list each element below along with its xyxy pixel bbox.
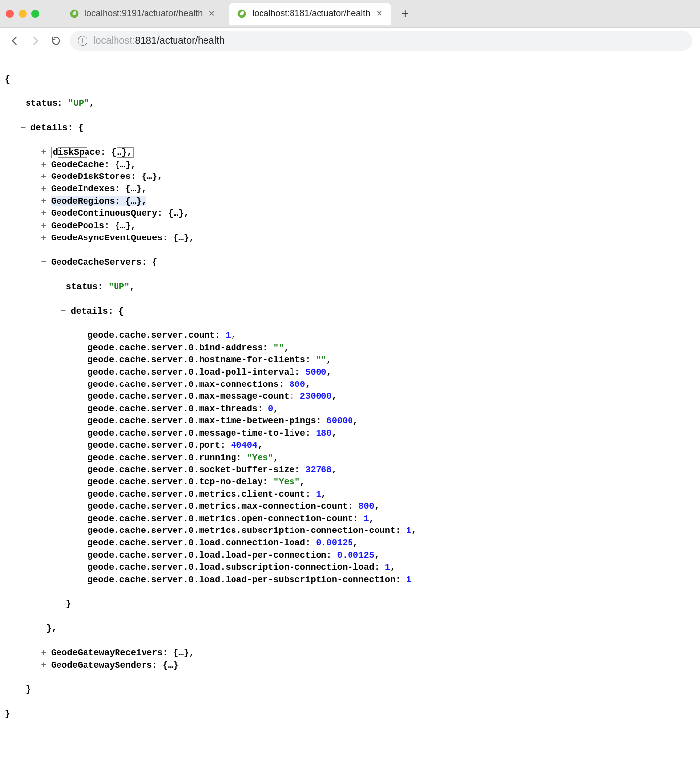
json-kv-row: geode.cache.server.0.max-connections: 80… (5, 379, 695, 391)
expand-icon[interactable]: + (39, 232, 48, 244)
expand-icon[interactable]: + (39, 195, 48, 207)
json-collapsed-entry: +diskSpace: {…}, (5, 147, 695, 159)
expand-icon[interactable]: + (39, 183, 48, 195)
json-collapsed-entry: +GeodeCache: {…}, (5, 159, 695, 171)
new-tab-button[interactable]: + (396, 6, 413, 21)
browser-titlebar: localhost:9191/actuator/health ✕ localho… (0, 0, 700, 28)
json-kv-row: geode.cache.server.0.port: 40404, (5, 440, 695, 452)
json-kv-row: geode.cache.server.0.max-threads: 0, (5, 403, 695, 415)
json-kv-row: geode.cache.server.0.running: "Yes", (5, 452, 695, 464)
url-text: localhost:8181/actuator/health (93, 35, 225, 46)
json-kv-row: geode.cache.server.0.metrics.subscriptio… (5, 525, 695, 537)
json-kv-row: geode.cache.server.0.metrics.client-coun… (5, 488, 695, 501)
collapse-icon[interactable]: − (39, 256, 48, 268)
reload-button[interactable] (49, 34, 63, 48)
minimize-window-icon[interactable] (19, 10, 27, 18)
json-kv-row: geode.cache.server.0.max-message-count: … (5, 390, 695, 403)
json-kv-row: geode.cache.server.0.socket-buffer-size:… (5, 464, 695, 476)
fullscreen-window-icon[interactable] (31, 10, 39, 18)
forward-button[interactable] (29, 34, 42, 48)
tab-inactive[interactable]: localhost:9191/actuator/health ✕ (61, 3, 224, 25)
site-info-icon[interactable]: i (78, 36, 88, 46)
json-collapsed-entry: +GeodeDiskStores: {…}, (5, 171, 695, 183)
json-kv-row: geode.cache.server.0.load.load-per-conne… (5, 549, 695, 561)
expand-icon[interactable]: + (39, 207, 48, 220)
json-kv-row: geode.cache.server.0.hostname-for-client… (5, 354, 695, 366)
expand-icon[interactable]: + (39, 159, 48, 171)
tab-active[interactable]: localhost:8181/actuator/health ✕ (229, 3, 391, 25)
close-window-icon[interactable] (6, 10, 14, 18)
json-kv-row: geode.cache.server.0.load-poll-interval:… (5, 366, 695, 379)
json-kv-row: geode.cache.server.0.metrics.open-connec… (5, 513, 695, 525)
close-tab-icon[interactable]: ✕ (207, 9, 216, 18)
tab-title: localhost:8181/actuator/health (252, 8, 370, 19)
spring-favicon-icon (69, 8, 80, 19)
address-bar[interactable]: i localhost:8181/actuator/health (70, 31, 692, 51)
json-kv-row: geode.cache.server.0.metrics.max-connect… (5, 501, 695, 513)
close-tab-icon[interactable]: ✕ (375, 9, 383, 18)
json-kv-row: geode.cache.server.0.tcp-no-delay: "Yes"… (5, 476, 695, 488)
json-collapsed-entry: +GeodePools: {…}, (5, 220, 695, 232)
window-controls (6, 10, 39, 18)
json-collapsed-entry: +GeodeIndexes: {…}, (5, 183, 695, 195)
expand-icon[interactable]: + (39, 220, 48, 232)
json-kv-row: geode.cache.server.0.max-time-between-pi… (5, 415, 695, 427)
json-kv-row: geode.cache.server.0.load.connection-loa… (5, 537, 695, 549)
json-kv-row: geode.cache.server.0.message-time-to-liv… (5, 427, 695, 440)
expand-icon[interactable]: + (39, 647, 48, 659)
expand-icon[interactable]: + (39, 171, 48, 183)
collapse-icon[interactable]: − (19, 122, 28, 134)
json-kv-row: geode.cache.server.0.load.subscription-c… (5, 561, 695, 574)
back-button[interactable] (8, 34, 22, 48)
browser-toolbar: i localhost:8181/actuator/health (0, 28, 700, 54)
spring-favicon-icon (236, 8, 247, 19)
json-collapsed-entry: +GeodeContinuousQuery: {…}, (5, 207, 695, 220)
tab-title: localhost:9191/actuator/health (85, 8, 203, 19)
expand-icon[interactable]: + (39, 147, 48, 159)
json-kv-row: geode.cache.server.count: 1, (5, 329, 695, 342)
json-collapsed-entry: +GeodeRegions: {…}, (5, 195, 695, 207)
json-collapsed-entry: +GeodeGatewayReceivers: {…}, (5, 647, 695, 659)
json-kv-row: geode.cache.server.0.load.load-per-subsc… (5, 574, 695, 586)
json-collapsed-entry: +GeodeAsyncEventQueues: {…}, (5, 232, 695, 244)
expand-icon[interactable]: + (39, 659, 48, 672)
json-collapsed-entry: +GeodeGatewaySenders: {…} (5, 659, 695, 672)
json-viewer: { status: "UP", −details: { +diskSpace: … (0, 54, 700, 752)
collapse-icon[interactable]: − (59, 305, 68, 318)
json-kv-row: geode.cache.server.0.bind-address: "", (5, 342, 695, 354)
